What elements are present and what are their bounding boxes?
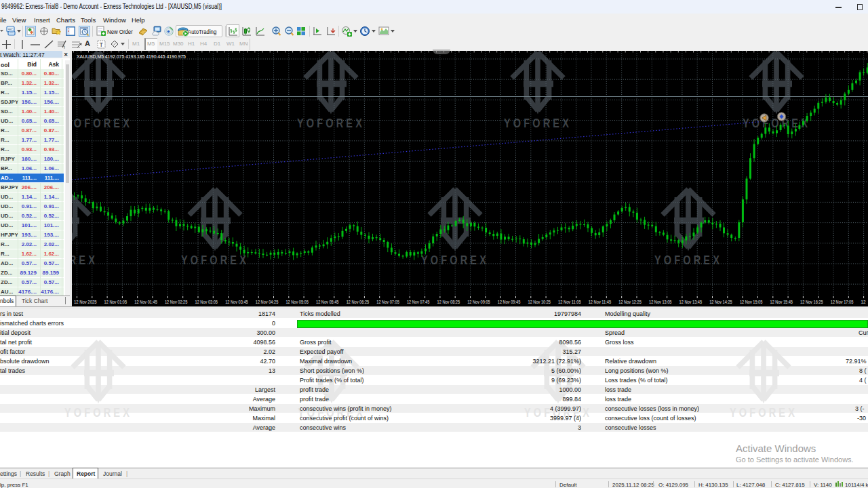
svg-text:12 Nov 16:25: 12 Nov 16:25 (800, 300, 823, 304)
svg-text:XAUUSD,M5 4192.075 4193.185 4: XAUUSD,M5 4192.075 4193.185 4190.445 419… (77, 54, 186, 59)
svg-text:T: T (100, 41, 104, 48)
svg-text:12 Nov 02:25: 12 Nov 02:25 (165, 300, 188, 304)
svg-text:12 Nov 17:05: 12 Nov 17:05 (831, 300, 854, 304)
svg-text:f: f (64, 45, 65, 49)
svg-text:12 Nov 11:45: 12 Nov 11:45 (589, 300, 612, 304)
svg-text:12 Nov 15:45: 12 Nov 15:45 (770, 300, 793, 304)
svg-text:12 Nov 15:05: 12 Nov 15:05 (740, 300, 763, 304)
svg-text:12 Nov 07:45: 12 Nov 07:45 (407, 300, 430, 304)
svg-text:12 Nov 03:05: 12 Nov 03:05 (195, 300, 218, 304)
svg-text:12 Nov 01:45: 12 Nov 01:45 (134, 300, 157, 304)
svg-text:12 Nov 03:45: 12 Nov 03:45 (225, 300, 248, 304)
svg-text:12 Nov 07:05: 12 Nov 07:05 (376, 300, 399, 304)
svg-text:12 Nov 04:25: 12 Nov 04:25 (256, 300, 279, 304)
svg-text:12 Nov 01:05: 12 Nov 01:05 (104, 300, 127, 304)
svg-text:12 Nov 12:25: 12 Nov 12:25 (618, 300, 642, 304)
svg-text:12: 12 (861, 300, 866, 304)
svg-text:12 Nov 10:25: 12 Nov 10:25 (528, 300, 551, 304)
svg-text:12 Nov 13:45: 12 Nov 13:45 (679, 300, 703, 304)
svg-text:12 Nov 14:25: 12 Nov 14:25 (709, 300, 732, 304)
svg-text:12 Nov 13:05: 12 Nov 13:05 (649, 300, 672, 304)
svg-text:12 Nov 05:45: 12 Nov 05:45 (316, 300, 339, 304)
svg-text:12 Nov 06:25: 12 Nov 06:25 (347, 300, 370, 304)
svg-text:12 Nov 09:05: 12 Nov 09:05 (467, 300, 490, 304)
svg-text:12 Nov 2025: 12 Nov 2025 (74, 300, 97, 304)
svg-text:12 Nov 09:45: 12 Nov 09:45 (498, 300, 521, 304)
svg-text:12 Nov 11:05: 12 Nov 11:05 (558, 300, 581, 304)
svg-text:12 Nov 05:05: 12 Nov 05:05 (285, 300, 309, 304)
svg-text:12 Nov 08:25: 12 Nov 08:25 (437, 300, 460, 304)
